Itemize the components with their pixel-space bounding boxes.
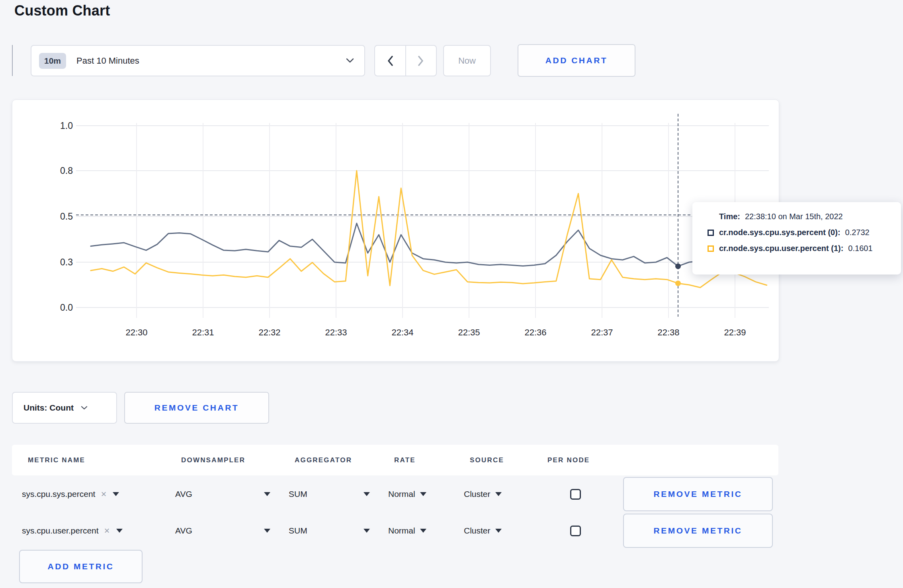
aggregator-value: SUM [289,489,307,499]
dropdown-caret-icon [420,529,426,533]
x-tick-label: 22:36 [524,327,546,337]
chevron-down-icon [346,57,354,64]
chart-tooltip: Time: 22:38:10 on Mar 15th, 2022 cr.node… [692,202,901,275]
time-range-badge: 10m [39,53,66,69]
metric-name-dropdown[interactable]: sys.cpu.user.percent × [22,525,175,536]
source-value: Cluster [464,489,491,499]
x-tick-label: 22:34 [391,327,413,337]
y-tick-label: 1.0 [60,121,73,131]
per-node-checkbox[interactable] [570,489,581,500]
sys-series-swatch-icon [708,230,714,236]
now-button-label: Now [458,56,476,66]
x-tick-label: 22:33 [325,327,347,337]
rate-dropdown[interactable]: Normal [388,526,464,535]
metric-row: sys.cpu.sys.percent × AVG SUM Normal Clu… [12,476,778,512]
x-tick-label: 22:32 [258,327,280,337]
sys-hover-dot [675,263,681,269]
y-tick-label: 0.8 [60,165,73,176]
x-tick-label: 22:31 [192,327,214,337]
downsampler-value: AVG [175,489,192,499]
remove-chart-label: REMOVE CHART [154,403,239,413]
remove-chart-button[interactable]: REMOVE CHART [124,392,269,424]
header-metric-name: METRIC NAME [22,456,175,464]
rate-dropdown[interactable]: Normal [388,489,464,499]
remove-metric-label: REMOVE METRIC [654,489,743,499]
x-tick-label: 22:37 [591,327,613,337]
header-downsampler: DOWNSAMPLER [175,456,289,464]
metric-row: sys.cpu.user.percent × AVG SUM Normal Cl… [12,512,778,549]
chevron-down-icon [81,404,88,411]
page-title: Custom Chart [14,2,110,19]
add-metric-button[interactable]: ADD METRIC [19,550,143,583]
tooltip-user-value: 0.1601 [848,244,872,253]
add-metric-label: ADD METRIC [48,562,114,571]
downsampler-dropdown[interactable]: AVG [175,489,289,499]
timeseries-chart[interactable]: 0.00.30.50.81.022:3022:3122:3222:3322:34… [12,100,779,361]
tooltip-sys-label: cr.node.sys.cpu.sys.percent (0): [719,228,840,237]
user-hover-dot [675,280,681,286]
x-tick-label: 22:39 [724,327,746,337]
x-tick-label: 22:35 [458,327,480,337]
remove-metric-button[interactable]: REMOVE METRIC [623,514,773,548]
time-range-label: Past 10 Minutes [76,56,139,66]
add-chart-button[interactable]: ADD CHART [518,44,635,77]
rate-value: Normal [388,489,415,499]
header-per-node: PER NODE [541,456,623,464]
aggregator-dropdown[interactable]: SUM [289,526,388,535]
units-select-label: Units: Count [23,403,74,413]
aggregator-dropdown[interactable]: SUM [289,489,388,499]
dropdown-caret-icon [364,529,370,533]
rate-value: Normal [388,526,415,535]
tooltip-time-value: 22:38:10 on Mar 15th, 2022 [745,212,843,221]
dropdown-caret-icon [495,529,502,533]
source-value: Cluster [464,526,491,535]
tooltip-time-label: Time: [719,212,740,221]
x-tick-label: 22:30 [125,327,147,337]
x-tick-label: 22:38 [657,327,679,337]
tooltip-user-label: cr.node.sys.cpu.user.percent (1): [719,244,843,253]
metrics-table-header: METRIC NAME DOWNSAMPLER AGGREGATOR RATE … [12,445,778,475]
clear-metric-icon[interactable]: × [104,525,110,536]
time-range-select[interactable]: 10m Past 10 Minutes [31,45,365,76]
metric-name-value: sys.cpu.sys.percent [22,489,95,499]
prev-time-button[interactable] [375,46,406,76]
dropdown-caret-icon [420,492,426,496]
toolbar-left-divider [12,45,13,76]
source-dropdown[interactable]: Cluster [464,526,541,535]
tooltip-sys-value: 0.2732 [845,228,870,237]
units-select[interactable]: Units: Count [12,392,117,424]
y-tick-label: 0.3 [60,257,73,267]
aggregator-value: SUM [289,526,307,535]
remove-metric-label: REMOVE METRIC [654,526,743,535]
y-tick-label: 0.0 [60,302,73,313]
dropdown-caret-icon [495,492,502,496]
series-line-cr.node.sys.cpu.user.percent [91,171,767,288]
dropdown-caret-icon [113,492,119,496]
metric-name-dropdown[interactable]: sys.cpu.sys.percent × [22,489,175,500]
y-tick-label: 0.5 [60,211,73,222]
user-series-swatch-icon [708,245,714,252]
remove-metric-button[interactable]: REMOVE METRIC [623,477,773,511]
header-source: SOURCE [464,456,541,464]
dropdown-caret-icon [364,492,370,496]
time-nav-group [374,45,437,76]
series-line-cr.node.sys.cpu.sys.percent [91,223,767,266]
metric-name-value: sys.cpu.user.percent [22,526,99,535]
downsampler-value: AVG [175,526,192,535]
clear-metric-icon[interactable]: × [101,489,106,500]
add-chart-label: ADD CHART [545,56,608,65]
dropdown-caret-icon [264,492,270,496]
per-node-checkbox[interactable] [570,526,581,536]
dropdown-caret-icon [264,529,270,533]
now-button[interactable]: Now [443,45,491,76]
next-time-button[interactable] [406,46,436,76]
dropdown-caret-icon [116,529,123,533]
downsampler-dropdown[interactable]: AVG [175,526,289,535]
chart-card: 0.00.30.50.81.022:3022:3122:3222:3322:34… [12,99,779,362]
header-aggregator: AGGREGATOR [289,456,388,464]
header-rate: RATE [388,456,464,464]
source-dropdown[interactable]: Cluster [464,489,541,499]
